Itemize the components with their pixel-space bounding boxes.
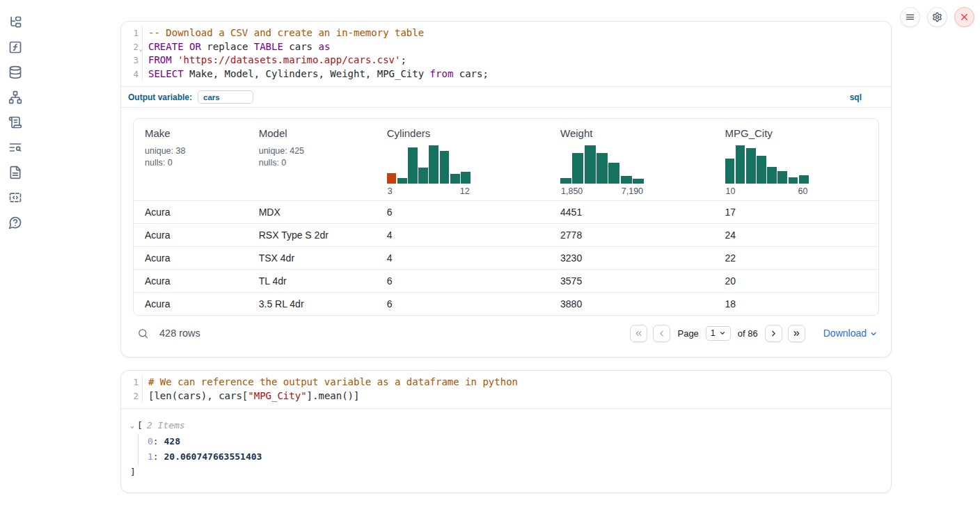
chevrons-right-icon [792, 329, 801, 338]
page-select[interactable]: 1 [706, 326, 731, 341]
histogram-bar [621, 176, 632, 184]
histogram-bar [757, 156, 766, 184]
page-label: Page [677, 328, 698, 339]
histogram-bar [418, 168, 428, 184]
cell-python: 1# We can reference the output variable … [120, 370, 892, 493]
download-label: Download [823, 328, 867, 339]
column-stat: nulls: 0 [259, 157, 376, 169]
column-header: Makeunique: 38nulls: 0 [134, 127, 248, 196]
histogram-bar [408, 147, 418, 184]
sidebar [0, 0, 31, 507]
file-tree-icon[interactable] [8, 15, 22, 29]
table-cell: 4 [376, 230, 549, 241]
table-cell: Acura [134, 298, 248, 309]
histogram-bar [608, 163, 619, 184]
output-variable-bar: Output variable: sql [121, 86, 891, 108]
tree-item: 0: 428 [148, 434, 880, 449]
chevron-left-icon [657, 329, 666, 338]
next-page-button[interactable] [765, 325, 782, 342]
line-number: 2⌄ [121, 40, 143, 54]
tree-children: 0: 4281: 20.060747663551403 [138, 434, 880, 465]
prev-page-button[interactable] [653, 325, 670, 342]
close-icon [959, 12, 970, 22]
items-count-label: 2 Items [147, 420, 185, 430]
table-cell: 3.5 RL 4dr [248, 298, 376, 309]
search-button[interactable] [137, 328, 149, 339]
chevrons-left-icon [634, 329, 643, 338]
table-row[interactable]: AcuraRSX Type S 2dr4277824 [134, 223, 878, 246]
text-search-icon[interactable] [8, 140, 22, 154]
column-name[interactable]: Make [145, 127, 248, 139]
histogram-bar [746, 148, 756, 184]
line-number: 1 [121, 376, 143, 389]
column-stat: nulls: 0 [145, 157, 248, 169]
table-cell: Acura [134, 275, 248, 287]
menu-button[interactable] [900, 7, 920, 27]
histogram-bar [429, 145, 438, 184]
database-icon[interactable] [8, 65, 22, 79]
column-name[interactable]: Weight [560, 127, 713, 139]
chevron-right-icon [769, 329, 778, 338]
histogram-bar [767, 167, 777, 184]
row-count: 428 rows [159, 328, 200, 339]
settings-button[interactable] [927, 7, 947, 27]
code-line-text: -- Download a CSV and create an in-memor… [143, 26, 424, 40]
cell-sql: 1-- Download a CSV and create an in-memo… [120, 21, 892, 357]
table-cell: 17 [714, 207, 879, 218]
table-row[interactable]: AcuraTSX 4dr4323022 [134, 246, 878, 269]
line-number: 2 [121, 389, 143, 403]
table-cell: 4 [376, 252, 549, 264]
table-row[interactable]: Acura3.5 RL 4dr6388018 [134, 292, 878, 315]
column-name[interactable]: Model [259, 127, 376, 139]
line-number: 1 [121, 26, 143, 40]
help-icon[interactable] [8, 216, 22, 230]
data-table: Makeunique: 38nulls: 0Modelunique: 425nu… [133, 118, 879, 316]
code-line-text: FROM 'https://datasets.marimo.app/cars.c… [143, 54, 406, 67]
column-header: Modelunique: 425nulls: 0 [248, 127, 376, 196]
menu-icon [905, 12, 915, 22]
line-number: 3 [121, 54, 143, 67]
last-page-button[interactable] [788, 325, 805, 342]
dependency-graph-icon[interactable] [8, 90, 22, 104]
table-row[interactable]: AcuraMDX6445117 [134, 200, 878, 223]
histogram-axis-labels: 1060 [725, 186, 809, 196]
notebook: 1-- Download a CSV and create an in-memo… [120, 21, 892, 506]
scroll-icon[interactable] [8, 115, 22, 129]
snippets-icon[interactable] [8, 191, 22, 204]
table-cell: 3230 [549, 252, 713, 264]
table-cell: 18 [714, 298, 879, 309]
chevron-down-icon [869, 330, 878, 338]
column-name[interactable]: MPG_City [725, 127, 879, 139]
table-cell: Acura [134, 207, 248, 218]
column-histogram: 312 [387, 145, 471, 196]
histogram-bar [633, 179, 644, 184]
function-square-icon[interactable] [8, 40, 22, 54]
histogram-bar [572, 153, 583, 184]
first-page-button[interactable] [630, 325, 647, 342]
gear-icon [932, 12, 942, 22]
column-name[interactable]: Cylinders [387, 127, 549, 139]
code-line-text: SELECT Make, Model, Cylinders, Weight, M… [143, 67, 489, 81]
total-pages-label: of 86 [738, 328, 758, 339]
window-controls [900, 7, 974, 27]
sql-cell-output: Makeunique: 38nulls: 0Modelunique: 425nu… [121, 108, 891, 357]
column-histogram: 1060 [725, 145, 809, 196]
document-icon[interactable] [8, 166, 22, 179]
histogram-bar [725, 159, 735, 184]
table-cell: 6 [376, 207, 549, 218]
collapse-icon[interactable]: ⌄ [130, 418, 134, 433]
download-button[interactable]: Download [823, 328, 878, 339]
table-cell: 22 [714, 252, 879, 264]
language-badge[interactable]: sql [850, 92, 862, 102]
table-row[interactable]: AcuraTL 4dr6357520 [134, 269, 878, 292]
histogram-bar [789, 177, 798, 184]
histogram-bar [585, 145, 596, 184]
sql-code-editor[interactable]: 1-- Download a CSV and create an in-memo… [121, 22, 891, 86]
histogram-bar [736, 145, 745, 184]
output-variable-input[interactable] [198, 90, 253, 104]
column-stat: unique: 38 [145, 145, 248, 157]
close-button[interactable] [954, 7, 974, 27]
table-cell: Acura [134, 252, 248, 264]
python-code-editor[interactable]: 1# We can reference the output variable … [121, 371, 891, 408]
table-cell: 2778 [549, 230, 713, 241]
